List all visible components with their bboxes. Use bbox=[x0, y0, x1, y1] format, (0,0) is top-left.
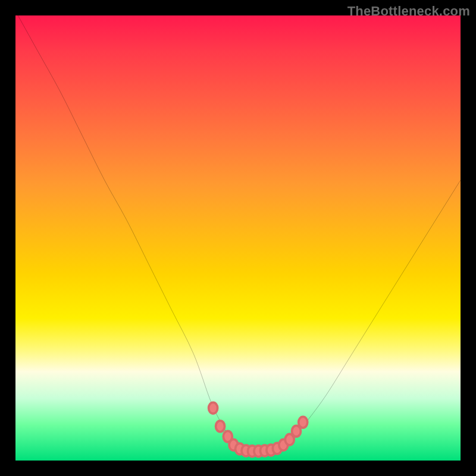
curve-marker bbox=[209, 402, 218, 414]
curve-marker bbox=[299, 416, 308, 428]
chart-plot-area bbox=[15, 15, 461, 461]
bottleneck-curve bbox=[15, 15, 461, 461]
curve-marker bbox=[216, 421, 225, 432]
watermark-label: TheBottleneck.com bbox=[347, 4, 470, 19]
curve-line bbox=[15, 11, 461, 452]
curve-markers bbox=[209, 402, 308, 456]
